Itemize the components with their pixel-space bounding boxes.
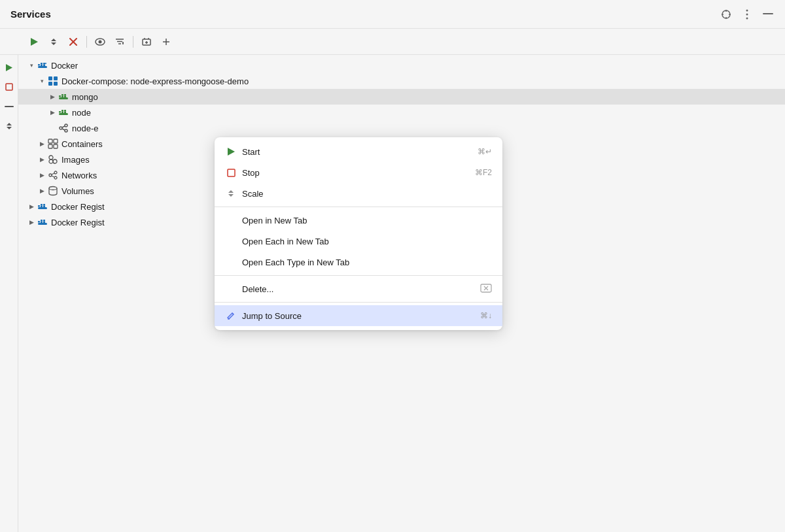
svg-point-67 <box>49 159 53 163</box>
svg-point-6 <box>746 13 748 15</box>
svg-marker-9 <box>31 38 38 46</box>
tree-toggle-networks[interactable]: ▶ <box>37 170 47 180</box>
stop-label: Stop <box>242 168 470 178</box>
context-menu-scale[interactable]: Scale <box>215 183 502 204</box>
svg-rect-63 <box>48 144 52 148</box>
context-menu-start[interactable]: Start ⌘↵ <box>215 141 502 162</box>
delete-shortcut <box>480 284 492 295</box>
svg-point-58 <box>65 129 67 132</box>
tree-item-mongo[interactable]: ▶ mongo <box>18 89 785 105</box>
jump-source-label: Jump to Source <box>242 311 475 321</box>
svg-point-5 <box>746 9 748 11</box>
scale-label: Scale <box>242 189 487 199</box>
start-icon <box>225 146 237 158</box>
svg-marker-11 <box>51 42 56 45</box>
svg-point-15 <box>99 40 102 43</box>
stop-shortcut: ⌘F2 <box>475 168 492 177</box>
svg-rect-42 <box>48 82 52 86</box>
tree-toggle-dreg2[interactable]: ▶ <box>26 217 37 227</box>
tree-toggle-node[interactable]: ▶ <box>47 107 58 118</box>
svg-marker-10 <box>51 39 56 41</box>
tree-item-compose[interactable]: ▾ Docker-compose: node-express-mongoose-… <box>18 73 785 89</box>
svg-rect-80 <box>38 221 40 223</box>
svg-rect-79 <box>38 207 47 209</box>
compose-label: Docker-compose: node-express-mongoose-de… <box>61 76 249 86</box>
svg-rect-74 <box>38 205 40 207</box>
svg-line-60 <box>62 129 65 130</box>
svg-rect-54 <box>64 112 66 114</box>
svg-marker-88 <box>228 190 234 193</box>
node-e-label: node-e <box>72 124 98 133</box>
view-button[interactable] <box>91 33 109 51</box>
svg-rect-45 <box>61 94 63 96</box>
context-menu-open-each-type[interactable]: Open Each Type in New Tab <box>215 252 502 273</box>
context-menu-open-new-tab[interactable]: Open in New Tab <box>215 210 502 231</box>
scale-icon <box>225 188 237 199</box>
filter-button[interactable] <box>111 33 129 51</box>
svg-point-69 <box>54 171 57 174</box>
header-icons <box>720 8 775 21</box>
svg-marker-32 <box>7 127 12 129</box>
start-shortcut: ⌘↵ <box>478 147 492 156</box>
svg-rect-76 <box>41 206 43 208</box>
svg-point-57 <box>65 124 67 127</box>
svg-rect-38 <box>38 66 47 68</box>
context-menu-jump-source[interactable]: Jump to Source ⌘↓ <box>215 305 502 326</box>
add-button[interactable] <box>157 33 175 51</box>
tree-item-node-e[interactable]: ▶ node-e <box>18 120 785 136</box>
tree-toggle-mongo[interactable]: ▶ <box>47 91 58 102</box>
crosshair-icon[interactable] <box>720 8 733 21</box>
context-menu-stop[interactable]: Stop ⌘F2 <box>215 162 502 183</box>
toolbar-divider-2 <box>133 36 133 48</box>
tree-toggle-docker[interactable]: ▾ <box>26 60 37 71</box>
menu-sep-3 <box>215 302 502 303</box>
updown-button[interactable] <box>44 33 63 51</box>
open-each-type-label: Open Each Type in New Tab <box>242 258 492 267</box>
svg-rect-43 <box>54 82 58 86</box>
more-options-icon[interactable] <box>741 8 754 21</box>
svg-point-7 <box>746 17 748 19</box>
svg-rect-53 <box>64 110 66 112</box>
open-new-tab-icon <box>225 214 237 226</box>
svg-point-66 <box>53 159 57 163</box>
run-button[interactable] <box>25 33 43 51</box>
tree-toggle-compose[interactable]: ▾ <box>37 76 47 86</box>
images-label: Images <box>61 155 90 165</box>
delete-label: Delete... <box>242 284 475 294</box>
stop-button[interactable] <box>64 33 82 51</box>
open-new-tab-label: Open in New Tab <box>242 216 492 225</box>
images-icon <box>47 154 59 165</box>
svg-rect-29 <box>6 84 12 90</box>
svg-rect-44 <box>59 95 61 97</box>
svg-marker-28 <box>6 64 12 71</box>
new-group-button[interactable] <box>137 33 156 51</box>
left-run-icon[interactable] <box>2 60 16 75</box>
svg-point-68 <box>49 174 52 176</box>
tree-item-node[interactable]: ▶ node <box>18 105 785 120</box>
docker-reg1-icon <box>37 201 48 212</box>
svg-rect-46 <box>61 96 63 98</box>
tree-toggle-containers[interactable]: ▶ <box>37 139 47 149</box>
svg-rect-82 <box>41 222 43 224</box>
compose-icon <box>47 75 59 87</box>
svg-rect-36 <box>43 63 45 65</box>
context-menu-open-each-new-tab[interactable]: Open Each in New Tab <box>215 231 502 252</box>
start-label: Start <box>242 147 472 157</box>
docker-icon <box>37 59 48 71</box>
svg-line-71 <box>52 173 54 175</box>
containers-icon <box>47 138 59 150</box>
svg-rect-35 <box>41 65 43 67</box>
minimize-icon[interactable] <box>761 8 775 21</box>
tree-toggle-volumes[interactable]: ▶ <box>37 186 47 196</box>
svg-rect-75 <box>41 204 43 206</box>
tree-item-docker[interactable]: ▾ Docker <box>18 58 785 73</box>
left-scale-icon[interactable] <box>2 119 16 133</box>
left-minus-icon[interactable] <box>2 99 16 114</box>
left-stop-icon[interactable] <box>2 80 16 94</box>
node-e-icon <box>58 122 69 134</box>
context-menu-delete[interactable]: Delete... <box>215 278 502 299</box>
svg-rect-64 <box>54 144 58 148</box>
tree-toggle-images[interactable]: ▶ <box>37 154 47 165</box>
tree-toggle-dreg1[interactable]: ▶ <box>26 201 37 212</box>
svg-rect-8 <box>763 13 773 14</box>
